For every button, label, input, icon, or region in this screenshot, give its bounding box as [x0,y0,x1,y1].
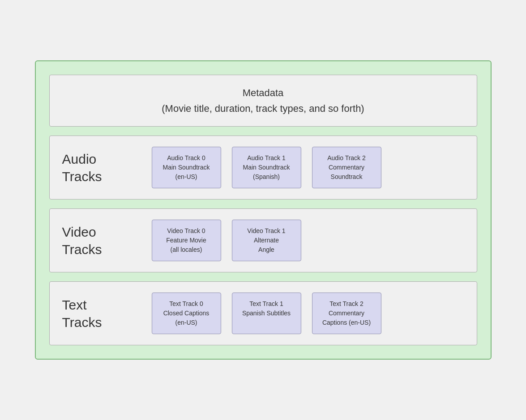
metadata-line1: Metadata [59,85,468,101]
metadata-box: Metadata (Movie title, duration, track t… [49,75,477,127]
metadata-line2: (Movie title, duration, track types, and… [59,101,468,116]
audio-track-0-box: Audio Track 0 Main Soundtrack (en-US) [152,147,221,188]
audio-tracks-tracks: Audio Track 0 Main Soundtrack (en-US)Aud… [152,147,381,188]
main-container: Metadata (Movie title, duration, track t… [35,60,492,360]
video-track-1-box: Video Track 1 Alternate Angle [232,220,301,261]
audio-tracks-label: Audio Tracks [62,150,134,185]
audio-track-1-box: Audio Track 1 Main Soundtrack (Spanish) [232,147,301,188]
text-tracks-section: Text TracksText Track 0 Closed Captions … [49,281,477,345]
video-track-0-box: Video Track 0 Feature Movie (all locales… [152,220,221,261]
video-tracks-tracks: Video Track 0 Feature Movie (all locales… [152,220,301,261]
text-track-1-box: Text Track 1 Spanish Subtitles [232,293,301,334]
text-track-0-box: Text Track 0 Closed Captions (en-US) [152,293,221,334]
text-tracks-tracks: Text Track 0 Closed Captions (en-US)Text… [152,293,381,334]
audio-track-2-box: Audio Track 2 Commentary Soundtrack [312,147,381,188]
text-tracks-label: Text Tracks [62,296,134,331]
video-tracks-section: Video TracksVideo Track 0 Feature Movie … [49,208,477,272]
audio-tracks-section: Audio TracksAudio Track 0 Main Soundtrac… [49,136,477,199]
video-tracks-label: Video Tracks [62,223,134,258]
metadata-title: Metadata (Movie title, duration, track t… [59,85,468,116]
sections-container: Audio TracksAudio Track 0 Main Soundtrac… [49,136,477,345]
text-track-2-box: Text Track 2 Commentary Captions (en-US) [312,293,381,334]
